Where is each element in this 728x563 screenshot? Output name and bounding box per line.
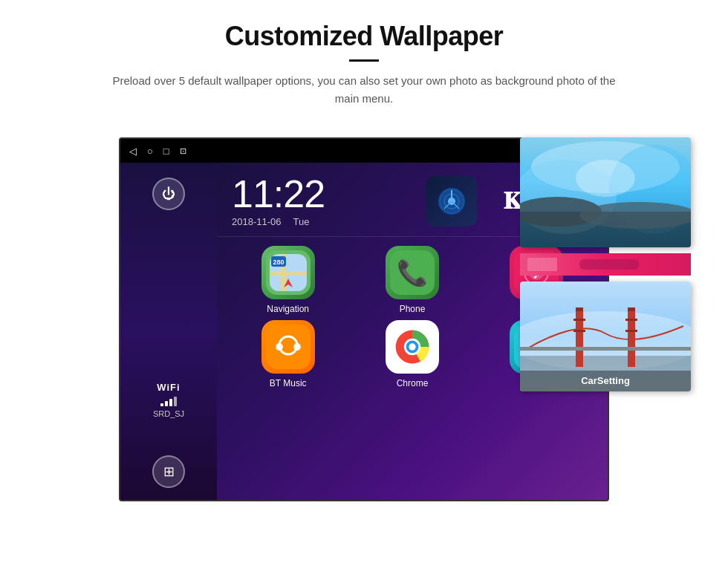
wifi-bar-3 [169,399,172,406]
svg-rect-51 [576,307,583,311]
svg-rect-8 [270,271,307,276]
svg-point-27 [409,343,415,350]
wifi-ssid: SRD_SJ [153,409,184,418]
wifi-bar-1 [160,403,163,406]
btmusic-icon: ʙ [261,320,315,374]
nav-inner: 280 [261,246,315,299]
power-button[interactable]: ⏻ [152,178,185,210]
svg-point-42 [576,160,635,197]
svg-point-20 [276,343,283,351]
status-left: ◁ ○ □ ⊡ [129,146,186,157]
svg-rect-45 [579,259,639,270]
wallpaper-card-ice[interactable] [520,137,691,247]
svg-rect-49 [576,307,583,367]
back-icon[interactable]: ◁ [129,146,137,157]
chrome-label: Chrome [397,378,429,388]
btmusic-svg: ʙ [266,325,311,369]
wifi-signal-app[interactable] [426,176,477,227]
svg-text:📞: 📞 [397,258,429,288]
signal-icon [437,186,467,216]
screenshot-icon[interactable]: ⊡ [180,146,186,156]
phone-label: Phone [400,304,426,314]
maps-svg: 280 [266,250,311,295]
wifi-bar-4 [174,397,177,406]
bridge-wallpaper-svg: CarSetting [520,282,691,391]
subtitle: Preload over 5 default wallpaper options… [111,72,617,108]
svg-text:ʙ: ʙ [285,340,291,351]
car-setting-strip [520,253,691,276]
chrome-icon [386,320,439,374]
svg-rect-56 [625,330,637,332]
clock-date: 2018-11-06 Tue [232,216,412,227]
list-item[interactable]: 280 Navigation [229,246,347,314]
wifi-bars [153,396,184,406]
wallpaper-card-bridge[interactable]: CarSetting [520,282,691,391]
svg-text:CarSetting: CarSetting [581,375,630,386]
svg-rect-50 [628,307,635,367]
btmusic-label: BT Music [270,378,307,388]
page-title: Customized Wallpaper [111,21,617,52]
apps-grid-icon: ⊞ [163,463,175,480]
phone-icon: 📞 [386,246,439,299]
svg-rect-54 [625,319,637,321]
clock-info: 11:22 2018-11-06 Tue [232,175,412,227]
strip-svg [520,253,691,276]
page-container: Customized Wallpaper Preload over 5 defa… [0,0,728,563]
title-divider [349,59,379,62]
svg-rect-53 [573,319,585,321]
apps-grid-button[interactable]: ⊞ [152,455,185,488]
home-icon[interactable]: ○ [147,146,153,157]
svg-point-21 [293,343,301,351]
chrome-svg [391,326,433,368]
list-item[interactable]: 📞 Phone [353,246,471,314]
wifi-bar-2 [165,401,168,406]
content-area: ◁ ○ □ ⊡ ♦ ▾ 11:22 ⏻ [37,137,691,501]
left-sidebar: ⏻ WiFi SRD_SJ [120,163,217,501]
clock-date-value: 2018-11-06 [232,216,282,227]
clock-time: 11:22 [232,175,412,213]
svg-text:280: 280 [273,258,284,266]
list-item[interactable]: Chrome [353,320,471,388]
wallpaper-cards: CarSetting [520,137,691,391]
phone-svg: 📞 [390,250,435,295]
list-item[interactable]: ʙ BT Music [229,320,347,388]
svg-rect-44 [527,258,557,271]
svg-rect-52 [628,307,635,311]
navigation-label: Navigation [267,304,309,314]
title-section: Customized Wallpaper Preload over 5 defa… [111,21,617,108]
svg-rect-57 [520,347,691,351]
k-icon: 𝐊 [504,187,521,215]
wifi-label: WiFi [153,382,184,393]
ice-wallpaper-svg [520,137,691,247]
recents-icon[interactable]: □ [163,146,169,157]
wifi-info: WiFi SRD_SJ [153,382,184,418]
power-icon: ⏻ [162,186,175,202]
clock-day: Tue [293,216,310,227]
navigation-icon: 280 [261,246,315,299]
